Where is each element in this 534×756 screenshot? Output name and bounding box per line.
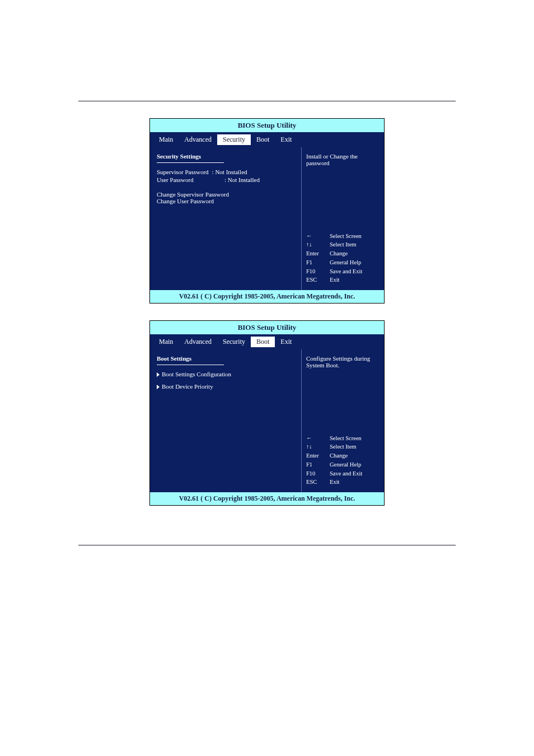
menu-item-boot-config[interactable]: Boot Settings Configuration bbox=[157, 371, 294, 377]
key-desc: Select Item bbox=[330, 240, 357, 249]
key-esc: ESC bbox=[306, 276, 324, 284]
copyright-footer: V02.61 ( C) Copyright 1985-2005, America… bbox=[150, 492, 384, 505]
key-desc: Select Item bbox=[330, 442, 357, 451]
key-desc: Save and Exit bbox=[330, 267, 362, 276]
key-desc: General Help bbox=[330, 258, 361, 267]
key-desc: Exit bbox=[330, 276, 340, 284]
field-value: : Not Installed bbox=[224, 176, 260, 183]
supervisor-password-row: Supervisor Password : Not Installed bbox=[157, 169, 294, 175]
tab-boot[interactable]: Boot bbox=[251, 134, 275, 145]
menu-label: Boot Settings Configuration bbox=[162, 371, 231, 377]
tab-main[interactable]: Main bbox=[153, 134, 179, 145]
key-desc: Change bbox=[330, 451, 348, 460]
key-desc: Exit bbox=[330, 478, 340, 487]
menu-item-change-supervisor[interactable]: Change Supervisor Password bbox=[157, 191, 294, 198]
key-desc: Save and Exit bbox=[330, 469, 362, 478]
tab-advanced[interactable]: Advanced bbox=[179, 134, 217, 145]
menu-label: Boot Device Priority bbox=[162, 383, 213, 390]
field-label: User Password bbox=[157, 176, 221, 183]
submenu-arrow-icon bbox=[157, 385, 160, 389]
copyright-footer: V02.61 ( C) Copyright 1985-2005, America… bbox=[150, 290, 384, 303]
key-f1: F1 bbox=[306, 258, 324, 267]
key-f10: F10 bbox=[306, 267, 324, 276]
key-enter: Enter bbox=[306, 249, 324, 258]
menu-item-boot-priority[interactable]: Boot Device Priority bbox=[157, 383, 294, 390]
tab-advanced[interactable]: Advanced bbox=[179, 337, 217, 347]
tab-security[interactable]: Security bbox=[217, 134, 251, 145]
key-icon-lr: ← bbox=[306, 434, 324, 443]
tab-exit[interactable]: Exit bbox=[275, 337, 297, 347]
key-desc: Select Screen bbox=[330, 232, 362, 241]
field-label: Supervisor Password bbox=[157, 169, 209, 175]
key-desc: Select Screen bbox=[330, 434, 362, 443]
tab-bar: Main Advanced Security Boot Exit bbox=[150, 334, 384, 349]
help-pane: Install or Change the password ←Select S… bbox=[301, 147, 384, 290]
tab-exit[interactable]: Exit bbox=[275, 134, 297, 145]
tab-main[interactable]: Main bbox=[153, 337, 179, 347]
key-legend: ←Select Screen ↑↓Select Item EnterChange… bbox=[306, 232, 380, 285]
key-f10: F10 bbox=[306, 469, 324, 478]
key-esc: ESC bbox=[306, 478, 324, 487]
user-password-row: User Password : Not Installed bbox=[157, 176, 294, 183]
key-legend: ←Select Screen ↑↓Select Item EnterChange… bbox=[306, 434, 380, 487]
top-rule bbox=[78, 101, 456, 101]
bios-panel-boot: BIOS Setup Utility Main Advanced Securit… bbox=[149, 320, 385, 506]
field-value: : Not Installed bbox=[212, 169, 247, 175]
key-enter: Enter bbox=[306, 451, 324, 460]
section-heading: Boot Settings bbox=[157, 355, 294, 362]
section-rule bbox=[157, 162, 224, 163]
help-pane: Configure Settings during System Boot. ←… bbox=[301, 349, 384, 492]
tab-boot[interactable]: Boot bbox=[251, 337, 275, 347]
key-icon-ud: ↑↓ bbox=[306, 442, 324, 451]
help-text: Configure Settings during System Boot. bbox=[306, 355, 380, 434]
key-f1: F1 bbox=[306, 460, 324, 469]
help-text: Install or Change the password bbox=[306, 153, 380, 232]
main-pane: Boot Settings Boot Settings Configuratio… bbox=[150, 349, 301, 492]
title-bar: BIOS Setup Utility bbox=[150, 119, 384, 132]
tab-security[interactable]: Security bbox=[217, 337, 251, 347]
bios-panel-security: BIOS Setup Utility Main Advanced Securit… bbox=[149, 118, 385, 304]
key-desc: General Help bbox=[330, 460, 361, 469]
section-rule bbox=[157, 365, 224, 365]
submenu-arrow-icon bbox=[157, 372, 160, 377]
menu-item-change-user[interactable]: Change User Password bbox=[157, 198, 294, 204]
title-bar: BIOS Setup Utility bbox=[150, 321, 384, 334]
bottom-rule bbox=[78, 545, 456, 545]
key-desc: Change bbox=[330, 249, 348, 258]
key-icon-lr: ← bbox=[306, 232, 324, 241]
main-pane: Security Settings Supervisor Password : … bbox=[150, 147, 301, 290]
tab-bar: Main Advanced Security Boot Exit bbox=[150, 132, 384, 147]
key-icon-ud: ↑↓ bbox=[306, 240, 324, 249]
section-heading: Security Settings bbox=[157, 153, 294, 160]
